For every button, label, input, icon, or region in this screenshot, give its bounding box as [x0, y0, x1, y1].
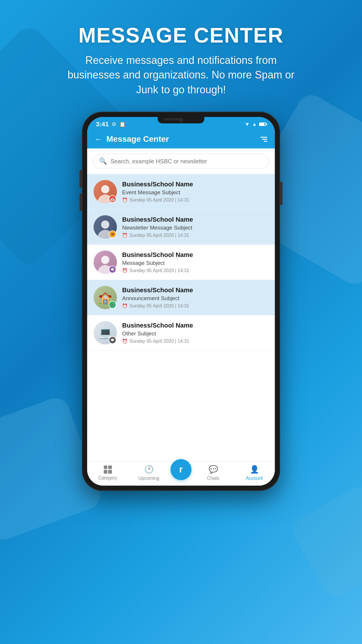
app-bar: ← Message Center	[87, 130, 275, 148]
nav-item-fab[interactable]: r	[169, 466, 193, 480]
msg-time: ⏰ Sunday 05 April 2020 | 14:31	[122, 339, 268, 344]
account-icon: 👤	[250, 465, 259, 474]
msg-subject: Announcement Subject	[122, 295, 268, 302]
message-list: 📅 Business/School Name Event Message Sub…	[87, 174, 275, 461]
nav-label-account: Account	[246, 476, 263, 481]
msg-subject: Event Message Subject	[122, 189, 268, 196]
app-bar-title: Message Center	[106, 134, 169, 144]
filter-button[interactable]	[260, 137, 267, 142]
nav-label-chats: Chats	[207, 476, 219, 481]
audio-badge: 🔊	[109, 301, 116, 309]
volume-button-1	[80, 170, 82, 188]
avatar-wrap: 💻 💬	[94, 321, 117, 344]
category-icon	[104, 466, 112, 474]
nav-label-category: Category	[98, 475, 117, 481]
clock-icon: ⏰	[122, 268, 128, 273]
msg-time: ⏰ Sunday 05 April 2020 | 14:31	[122, 233, 268, 238]
search-bar[interactable]: 🔍	[93, 154, 269, 169]
clock-icon: ⏰	[122, 233, 128, 238]
app-bar-left: ← Message Center	[95, 134, 169, 144]
page-title: MESSAGE CENTER	[64, 23, 298, 47]
nav-item-upcoming[interactable]: 🕐 Upcoming	[128, 465, 169, 481]
status-icons: ▼ ▲	[245, 121, 266, 127]
back-button[interactable]: ←	[95, 135, 102, 144]
volume-button-2	[80, 193, 82, 211]
msg-time: ⏰ Sunday 05 April 2020 | 14:31	[122, 197, 268, 203]
avatar-wrap: ✉	[94, 215, 117, 239]
search-container: 🔍	[87, 148, 275, 174]
avatar-wrap: 💬	[94, 251, 117, 274]
phone-speaker	[164, 118, 181, 120]
message-item[interactable]: 💻 💬 Business/School Name Other Subject ⏰…	[87, 315, 275, 351]
message-content: Business/School Name Message Subject ⏰ S…	[122, 251, 268, 273]
msg-time: ⏰ Sunday 05 April 2020 | 14:31	[122, 303, 268, 309]
message-content: Business/School Name Other Subject ⏰ Sun…	[122, 322, 268, 344]
newsletter-badge: ✉	[109, 230, 116, 238]
message-item[interactable]: ✉ Business/School Name Newsletter Messag…	[87, 209, 275, 245]
upcoming-icon: 🕐	[144, 465, 154, 474]
msg-sender: Business/School Name	[122, 251, 268, 259]
avatar-wrap: 📅	[94, 180, 117, 203]
signal-icon: ▲	[252, 122, 257, 127]
sim-icon: 📋	[119, 121, 126, 127]
phone-screen: 3:41 ⚙ 📋 ▼ ▲ ← Message Center	[87, 117, 275, 486]
header-section: MESSAGE CENTER Receive messages and noti…	[64, 0, 298, 109]
message-item[interactable]: 💬 Business/School Name Message Subject ⏰…	[87, 245, 275, 280]
phone-mockup: 3:41 ⚙ 📋 ▼ ▲ ← Message Center	[82, 112, 280, 491]
power-button	[280, 182, 282, 205]
content-area: 🔍	[87, 148, 275, 461]
msg-subject: Other Subject	[122, 330, 268, 337]
clock-icon: ⏰	[122, 197, 128, 203]
status-time: 3:41	[96, 120, 109, 128]
nav-item-category[interactable]: Category	[87, 466, 128, 481]
msg-sender: Business/School Name	[122, 286, 268, 294]
msg-subject: Newsletter Message Subject	[122, 225, 268, 231]
fab-letter: r	[179, 464, 183, 475]
wifi-icon: ▼	[245, 121, 250, 127]
bottom-nav: Category 🕐 Upcoming r 💬 Chats	[87, 461, 275, 486]
header-subtitle: Receive messages and notifications from …	[64, 53, 298, 97]
message-content: Business/School Name Announcement Subjec…	[122, 286, 268, 309]
event-badge: 📅	[109, 195, 116, 203]
gear-icon: ⚙	[112, 121, 116, 127]
message-item[interactable]: 🏫 🔊 Business/School Name Announcement Su…	[87, 280, 275, 315]
message-content: Business/School Name Newsletter Message …	[122, 216, 268, 238]
msg-subject: Message Subject	[122, 260, 268, 266]
chats-icon: 💬	[209, 465, 218, 474]
nav-item-chats[interactable]: 💬 Chats	[193, 465, 234, 481]
search-icon: 🔍	[99, 158, 107, 165]
chat-badge: 💬	[109, 336, 116, 344]
msg-sender: Business/School Name	[122, 181, 268, 188]
avatar-wrap: 🏫 🔊	[94, 286, 117, 309]
battery-icon	[259, 123, 266, 126]
message-badge: 💬	[109, 266, 116, 273]
search-input[interactable]	[110, 158, 263, 165]
msg-sender: Business/School Name	[122, 322, 268, 329]
nav-label-upcoming: Upcoming	[138, 476, 159, 481]
fab-button[interactable]: r	[171, 459, 191, 480]
clock-icon: ⏰	[122, 303, 128, 309]
phone-outer: 3:41 ⚙ 📋 ▼ ▲ ← Message Center	[82, 112, 280, 491]
message-item[interactable]: 📅 Business/School Name Event Message Sub…	[87, 174, 275, 209]
clock-icon: ⏰	[122, 339, 128, 344]
status-left: 3:41 ⚙ 📋	[96, 120, 126, 128]
msg-sender: Business/School Name	[122, 216, 268, 223]
message-content: Business/School Name Event Message Subje…	[122, 181, 268, 203]
nav-item-account[interactable]: 👤 Account	[234, 465, 275, 481]
msg-time: ⏰ Sunday 05 April 2020 | 14:31	[122, 268, 268, 273]
